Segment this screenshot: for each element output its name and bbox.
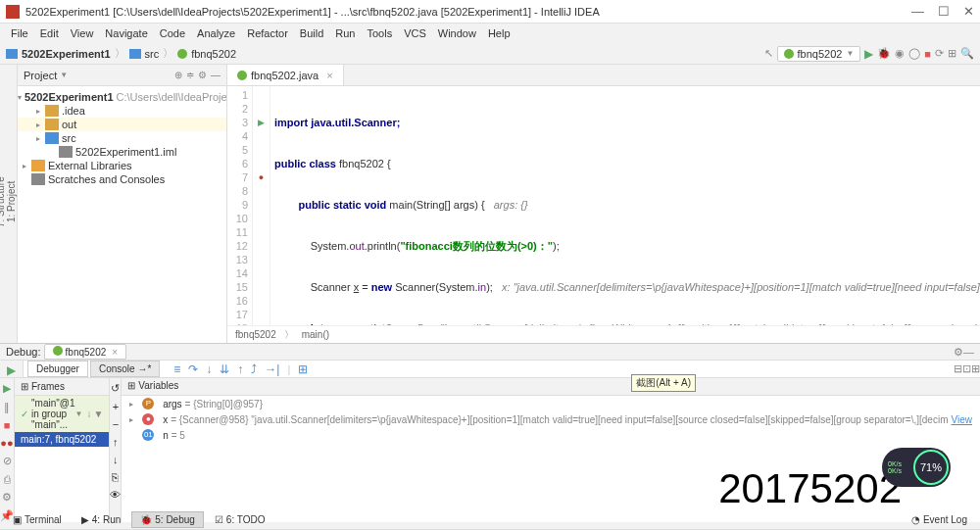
breadcrumb-root[interactable]: 5202Experiment1 [22, 48, 111, 60]
pin-icon[interactable]: ⊡ [962, 362, 971, 375]
menu-run[interactable]: Run [330, 27, 360, 39]
force-step-into-icon[interactable]: ⇊ [220, 362, 229, 376]
class-icon [177, 49, 187, 59]
menu-build[interactable]: Build [295, 27, 328, 39]
step-out-icon[interactable]: ↑ [237, 362, 243, 376]
evaluate-icon[interactable]: ⊞ [298, 362, 308, 376]
dump-icon[interactable]: ⎙ [4, 473, 11, 485]
copy-icon[interactable]: ⎘ [112, 471, 119, 483]
gutter-icons[interactable]: ▶● [253, 86, 270, 325]
new-watch-icon[interactable]: + [113, 401, 119, 412]
terminal-tab[interactable]: ▣ Terminal [4, 511, 71, 528]
variables-panel: ⊞Variables ▸P args = {String[0]@957} ▸● … [122, 378, 980, 522]
stop-button[interactable]: ■ [924, 48, 931, 60]
menu-view[interactable]: View [66, 27, 99, 39]
line-numbers: 1234567891011121314151617181920 [227, 86, 253, 325]
app-icon [6, 5, 20, 19]
up-icon[interactable]: ↑ [113, 436, 119, 448]
hide-icon[interactable]: — [963, 346, 974, 358]
code-area[interactable]: 1234567891011121314151617181920 ▶● impor… [227, 86, 980, 325]
maximize-button[interactable]: ☐ [938, 4, 950, 19]
menu-bar: File Edit View Navigate Code Analyze Ref… [0, 24, 980, 43]
drop-frame-icon[interactable]: ⤴ [251, 362, 257, 376]
tooltip: 截图(Alt + A) [631, 374, 696, 392]
project-tree[interactable]: ▾5202Experiment1 C:\Users\dell\IdeaProje… [18, 86, 226, 190]
menu-file[interactable]: File [6, 27, 33, 39]
restore-icon[interactable]: ⊞ [971, 362, 980, 375]
watermark: 20175202 [718, 465, 902, 512]
nav-bar: 5202Experiment1 〉 src 〉 fbnq5202 ↖ fbnq5… [0, 43, 980, 65]
menu-edit[interactable]: Edit [35, 27, 64, 39]
menu-navigate[interactable]: Navigate [100, 27, 152, 39]
frame-item[interactable]: main:7, fbnq5202 [15, 432, 109, 447]
close-button[interactable]: ✕ [963, 4, 974, 19]
window-title: 5202Experiment1 [C:\Users\dell\IdeaProje… [25, 6, 911, 18]
coverage-icon[interactable]: ◉ [895, 47, 905, 60]
run-button[interactable]: ▶ [864, 47, 873, 61]
resume-icon[interactable]: ▶ [3, 382, 11, 395]
gear-icon[interactable]: ⚙ [198, 70, 207, 80]
project-tool-button[interactable]: 1: Project [6, 71, 17, 333]
cpu-percent: 71% [913, 450, 949, 485]
restore-layout-icon[interactable]: ↺ [111, 382, 120, 395]
project-icon [6, 49, 18, 59]
hide-icon[interactable]: — [211, 70, 220, 80]
var-item[interactable]: ▸● x = {Scanner@958} "java.util.Scanner[… [122, 411, 980, 427]
menu-tools[interactable]: Tools [362, 27, 397, 39]
tab-label: fbnq5202.java [251, 70, 318, 81]
project-panel: Project ▼ ⊕ ≑ ⚙ — ▾5202Experiment1 C:\Us… [18, 65, 227, 343]
breadcrumb-src[interactable]: src [145, 48, 160, 60]
close-tab-icon[interactable]: × [326, 70, 332, 81]
settings-icon[interactable]: ⚙ [2, 491, 12, 504]
debug-panel: Debug: fbnq5202× ⚙ — ▶ Debugger Console … [0, 343, 980, 509]
debug-button[interactable]: 🐞 [877, 47, 891, 60]
project-panel-title: Project [24, 70, 57, 81]
editor: fbnq5202.java × 123456789101112131415161… [227, 65, 980, 343]
editor-tab[interactable]: fbnq5202.java × [227, 65, 344, 85]
structure-icon[interactable]: ⊞ [948, 47, 956, 60]
var-item[interactable]: ▸P args = {String[0]@957} [122, 396, 980, 411]
menu-analyze[interactable]: Analyze [192, 27, 240, 39]
menu-help[interactable]: Help [483, 27, 515, 39]
down-icon[interactable]: ↓ [113, 454, 119, 465]
debug-label: Debug: [6, 346, 40, 358]
performance-widget[interactable]: 0K/s0K/s 71% [882, 448, 951, 487]
stop-icon[interactable]: ■ [4, 419, 11, 431]
folder-icon [129, 49, 141, 59]
var-item[interactable]: 01 n = 5 [122, 427, 980, 443]
class-icon [784, 49, 794, 59]
search-icon[interactable]: 🔍 [960, 47, 974, 60]
console-tab[interactable]: Console →* [90, 361, 160, 377]
step-over-icon[interactable]: ↷ [188, 362, 198, 376]
frames-panel: ⊞Frames ✓"main"@1 in group "main"...▼↓▼ … [15, 378, 110, 522]
rerun-icon[interactable]: ▶ [7, 363, 16, 377]
minimize-button[interactable]: — [911, 4, 924, 19]
back-icon[interactable]: ↖ [764, 47, 773, 60]
mute-icon[interactable]: ⊘ [3, 455, 12, 467]
show-watches-icon[interactable]: 👁 [110, 489, 121, 501]
debug-session-tab[interactable]: fbnq5202× [44, 344, 127, 360]
remove-watch-icon[interactable]: − [113, 418, 119, 430]
layout-icon[interactable]: ⊟ [954, 362, 962, 375]
scroll-from-source-icon[interactable]: ⊕ [174, 70, 182, 80]
menu-refactor[interactable]: Refactor [242, 27, 293, 39]
menu-code[interactable]: Code [155, 27, 190, 39]
editor-breadcrumbs: fbnq5202〉main() [227, 325, 980, 343]
run-to-cursor-icon[interactable]: →| [265, 362, 279, 376]
structure-tool-button[interactable]: 7: Structure [0, 71, 6, 333]
profile-icon[interactable]: ◯ [908, 47, 920, 60]
debug-left-toolbar: ▶ ‖ ■ ●● ⊘ ⎙ ⚙ 📌 [0, 378, 15, 522]
breakpoints-icon[interactable]: ●● [0, 437, 13, 449]
update-icon[interactable]: ⟳ [935, 47, 944, 60]
step-into-icon[interactable]: ↓ [206, 362, 212, 376]
debugger-tab[interactable]: Debugger [27, 361, 88, 377]
collapse-icon[interactable]: ≑ [186, 70, 194, 80]
title-bar: 5202Experiment1 [C:\Users\dell\IdeaProje… [0, 0, 980, 24]
show-execution-icon[interactable]: ≡ [173, 362, 180, 376]
run-config-select[interactable]: fbnq5202 ▼ [777, 46, 861, 62]
menu-vcs[interactable]: VCS [399, 27, 431, 39]
breadcrumb-file[interactable]: fbnq5202 [191, 48, 236, 60]
menu-window[interactable]: Window [433, 27, 481, 39]
gear-icon[interactable]: ⚙ [954, 346, 963, 359]
pause-icon[interactable]: ‖ [4, 401, 10, 413]
